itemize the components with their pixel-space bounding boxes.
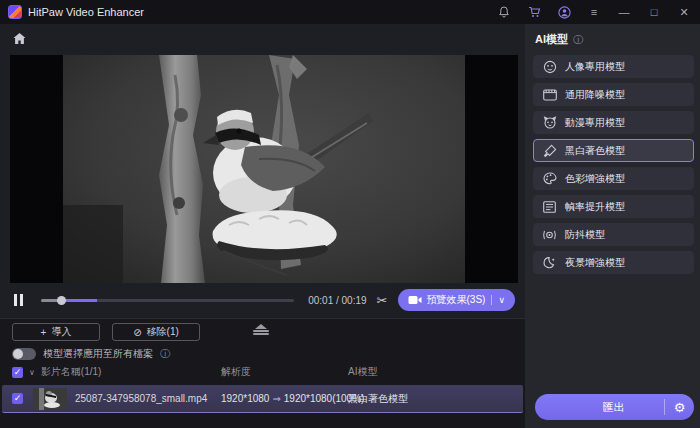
- playback-controls: 00:01 / 00:19 ✂ 預覽效果(3S) ∨: [0, 283, 525, 317]
- moon-icon: [542, 255, 557, 270]
- arrow-icon: ⇒: [269, 393, 283, 404]
- info-icon[interactable]: ⓘ: [160, 347, 170, 361]
- chevron-down-icon[interactable]: ∨: [491, 295, 511, 305]
- preview-effect-button[interactable]: 預覽效果(3S) ∨: [398, 289, 516, 311]
- info-icon[interactable]: ⓘ: [573, 33, 583, 47]
- film-icon: [542, 87, 557, 102]
- model-item-label: 黑白著色模型: [565, 144, 625, 158]
- minimize-button[interactable]: —: [616, 4, 632, 20]
- model-item-label: 幀率提升模型: [565, 200, 625, 214]
- home-icon[interactable]: [12, 32, 27, 46]
- preview-effect-label: 預覽效果(3S): [427, 293, 486, 307]
- menu-icon[interactable]: ≡: [586, 4, 602, 20]
- palette-icon: [542, 171, 557, 186]
- trim-scissors-icon[interactable]: ✂: [377, 293, 388, 308]
- model-item-label: 人像專用模型: [565, 60, 625, 74]
- preview-panel: 00:01 / 00:19 ✂ 預覽效果(3S) ∨ + 導入 ⊘ 移除(1): [0, 24, 525, 428]
- model-item-stabilize[interactable]: 防抖模型: [533, 223, 694, 246]
- remove-button-label: 移除(1): [147, 325, 179, 339]
- apply-all-toggle[interactable]: [12, 348, 36, 360]
- cart-icon[interactable]: [526, 4, 542, 20]
- app-title: HitPaw Video Enhancer: [28, 6, 144, 18]
- resolution-from: 1920*1080: [221, 393, 269, 404]
- slider-knob[interactable]: [57, 296, 66, 305]
- time-display: 00:01 / 00:19: [308, 295, 366, 306]
- apply-all-label: 模型選擇應用至所有檔案: [43, 347, 153, 361]
- animal-icon: [542, 115, 557, 130]
- column-name: 影片名稱(1/1): [41, 365, 221, 379]
- file-checkbox[interactable]: ✓: [12, 393, 23, 404]
- file-name: 25087-347958078_small.mp4: [75, 393, 221, 404]
- chevron-down-icon[interactable]: ∨: [29, 368, 35, 377]
- sidebar-title: AI模型: [535, 32, 568, 47]
- model-item-label: 動漫專用模型: [565, 116, 625, 130]
- app-logo-icon: [8, 5, 22, 19]
- model-item-label: 通用降噪模型: [565, 88, 625, 102]
- video-frame-image: [63, 55, 465, 283]
- model-item-frame-rate[interactable]: 幀率提升模型: [533, 195, 694, 218]
- export-button[interactable]: 匯出 ⚙: [535, 394, 694, 420]
- seek-slider[interactable]: [41, 299, 294, 302]
- model-item-label: 防抖模型: [565, 228, 605, 242]
- gear-icon[interactable]: ⚙: [664, 399, 694, 415]
- remove-button[interactable]: ⊘ 移除(1): [112, 323, 200, 341]
- remove-icon: ⊘: [133, 327, 141, 338]
- pause-button[interactable]: [14, 294, 23, 306]
- account-icon[interactable]: [556, 4, 572, 20]
- import-button[interactable]: + 導入: [12, 323, 100, 341]
- collapse-panel-icon[interactable]: [252, 324, 270, 335]
- file-resolution: 1920*1080⇒1920*1080(100%): [221, 393, 348, 404]
- close-button[interactable]: ✕: [676, 4, 692, 20]
- file-thumbnail: [33, 388, 67, 410]
- model-item-colorize[interactable]: 黑白著色模型: [533, 139, 694, 162]
- export-button-label: 匯出: [535, 400, 664, 415]
- model-item-animation[interactable]: 動漫專用模型: [533, 111, 694, 134]
- main-area: 00:01 / 00:19 ✂ 預覽效果(3S) ∨ + 導入 ⊘ 移除(1): [0, 24, 700, 428]
- file-actions-row: + 導入 ⊘ 移除(1): [0, 319, 525, 345]
- titlebar-controls: ≡ — □ ✕: [496, 4, 692, 20]
- model-item-label: 夜景增強模型: [565, 256, 625, 270]
- framerate-icon: [542, 199, 557, 214]
- model-item-night[interactable]: 夜景增強模型: [533, 251, 694, 274]
- title-bar: HitPaw Video Enhancer ≡ — □ ✕: [0, 0, 700, 24]
- model-item-denoise[interactable]: 通用降噪模型: [533, 83, 694, 106]
- camera-icon: [408, 295, 422, 305]
- maximize-button[interactable]: □: [646, 4, 662, 20]
- select-all-checkbox[interactable]: ✓: [12, 367, 23, 378]
- column-ai-model: AI模型: [348, 365, 513, 379]
- model-item-color-enhance[interactable]: 色彩增強模型: [533, 167, 694, 190]
- sidebar-header: AI模型 ⓘ: [533, 30, 694, 55]
- model-item-label: 色彩增強模型: [565, 172, 625, 186]
- bell-icon[interactable]: [496, 4, 512, 20]
- file-table-header: ✓ ∨ 影片名稱(1/1) 解析度 AI模型: [0, 363, 525, 381]
- toolbar-row: [0, 24, 525, 54]
- apply-all-row: 模型選擇應用至所有檔案 ⓘ: [0, 345, 525, 363]
- file-ai-model: 黑白著色模型: [348, 392, 513, 406]
- plus-icon: +: [41, 327, 47, 338]
- stabilize-icon: [542, 227, 557, 242]
- ai-model-sidebar: AI模型 ⓘ 人像專用模型 通用降噪模型 動漫專用模型 黑白著色模型: [525, 24, 700, 428]
- column-resolution: 解析度: [221, 365, 348, 379]
- paintbrush-icon: [542, 143, 557, 158]
- file-row[interactable]: ✓ 25087-347958078_small.mp4 1920*1080⇒19…: [2, 385, 523, 413]
- face-icon: [542, 59, 557, 74]
- import-button-label: 導入: [51, 325, 71, 339]
- file-list-panel: + 導入 ⊘ 移除(1) 模型選擇應用至所有檔案 ⓘ ✓ ∨ 影片名稱(1: [0, 318, 525, 428]
- model-item-portrait[interactable]: 人像專用模型: [533, 55, 694, 78]
- video-preview[interactable]: [10, 55, 518, 283]
